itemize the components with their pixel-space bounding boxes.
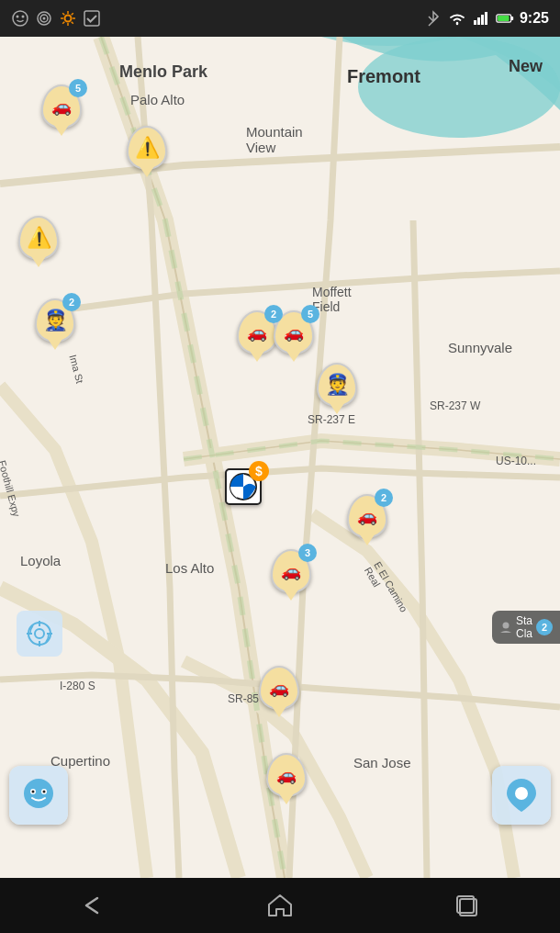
signal-icon	[472, 9, 490, 28]
svg-point-28	[43, 791, 46, 793]
recenter-button[interactable]	[17, 611, 62, 657]
smiley-icon	[11, 9, 29, 28]
police-pin-2[interactable]: 👮	[317, 363, 357, 407]
traffic-pin-7[interactable]: 🚗	[266, 753, 307, 797]
home-button[interactable]	[252, 887, 308, 924]
battery-icon	[496, 9, 514, 28]
status-icons-right: 9:25	[424, 9, 549, 28]
warning-pin-2[interactable]: ⚠️	[18, 216, 59, 260]
back-button[interactable]	[66, 887, 121, 924]
badge-2: 2	[62, 293, 81, 311]
traffic-pin-2[interactable]: 2 🚗	[237, 310, 277, 354]
svg-point-15	[358, 37, 560, 138]
traffic-pin-1[interactable]: 5 🚗	[41, 84, 82, 129]
status-bar: 9:25	[0, 0, 560, 37]
svg-point-27	[32, 791, 35, 793]
svg-point-2	[22, 16, 25, 18]
svg-point-16	[502, 623, 509, 629]
home-icon	[267, 893, 293, 918]
recent-apps-icon	[455, 894, 477, 916]
waze-character-button[interactable]	[9, 766, 68, 825]
svg-point-29	[515, 787, 528, 800]
bottom-navigation	[0, 878, 560, 933]
svg-point-19	[35, 629, 44, 638]
police-pin-1[interactable]: 2 👮	[35, 298, 75, 343]
settings-icon	[59, 9, 77, 28]
status-icons-left	[11, 9, 101, 28]
location-pin-button[interactable]	[492, 766, 551, 825]
svg-rect-14	[498, 16, 510, 21]
bmw-pin[interactable]: $	[225, 468, 262, 505]
svg-rect-7	[84, 11, 99, 26]
wifi-icon	[448, 9, 466, 28]
svg-rect-10	[481, 15, 484, 25]
location-pin-icon	[505, 777, 538, 814]
recent-apps-button[interactable]	[439, 887, 494, 924]
bluetooth-icon	[424, 9, 442, 28]
badge-2c: 2	[375, 489, 393, 507]
time-display: 9:25	[520, 10, 549, 27]
target-icon	[35, 9, 53, 28]
svg-point-6	[65, 16, 72, 22]
badge-5b: 5	[301, 305, 319, 323]
svg-rect-9	[477, 17, 480, 25]
svg-point-1	[17, 16, 19, 18]
checkmark-icon	[83, 9, 101, 28]
badge-5: 5	[69, 79, 87, 97]
santa-clara-count: 2	[536, 619, 553, 635]
waze-character-icon	[20, 777, 57, 814]
svg-point-0	[13, 11, 28, 26]
svg-point-24	[24, 779, 53, 808]
traffic-pin-4[interactable]: 2 🚗	[347, 494, 387, 538]
svg-rect-8	[474, 20, 476, 25]
map-background	[0, 37, 560, 878]
price-badge: $	[249, 461, 269, 481]
badge-3: 3	[298, 544, 317, 562]
traffic-pin-5[interactable]: 3 🚗	[271, 549, 311, 593]
map-container[interactable]: Menlo Park Palo Alto Fremont MountainVie…	[0, 37, 560, 878]
santa-clara-badge: StaCla 2	[492, 611, 560, 644]
svg-rect-11	[485, 12, 487, 25]
back-icon	[79, 894, 108, 916]
badge-2b: 2	[264, 305, 283, 323]
svg-rect-13	[511, 17, 514, 20]
traffic-pin-6[interactable]: 🚗	[259, 666, 299, 710]
svg-point-5	[43, 17, 46, 20]
santa-clara-label: StaCla	[516, 614, 532, 640]
recenter-icon	[27, 621, 52, 646]
warning-pin-1[interactable]: ⚠️	[127, 126, 167, 170]
